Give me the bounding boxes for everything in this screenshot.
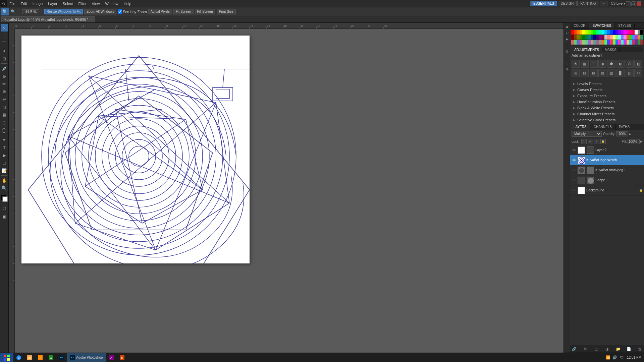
swatch-orange-red[interactable]	[574, 30, 577, 35]
sw3-6[interactable]	[585, 40, 588, 45]
scrubby-zoom-checkbox[interactable]	[118, 9, 122, 14]
swatch-maroon[interactable]	[571, 35, 574, 40]
masks-tab[interactable]: MASKS	[602, 47, 620, 52]
notes-tool[interactable]: 📝	[1, 167, 8, 174]
color-tab[interactable]: COLOR	[570, 23, 589, 28]
swatch-emerald[interactable]	[640, 35, 643, 40]
sw3-3[interactable]	[577, 40, 579, 45]
swatch-light-red[interactable]	[607, 35, 610, 40]
bw-adj-icon[interactable]: ◧	[634, 60, 642, 68]
layer-row-shape[interactable]: 👁 Shape 1	[570, 175, 644, 185]
layer-2-vis-icon[interactable]: 👁	[572, 148, 576, 153]
clone-tool[interactable]: ⊗	[1, 88, 8, 95]
menu-view[interactable]: View	[89, 1, 103, 6]
swatch-dark-violet[interactable]	[596, 35, 599, 40]
sw3-5[interactable]	[582, 40, 585, 45]
print-size-btn[interactable]: Print Size	[217, 9, 236, 14]
history-brush-tool[interactable]: ↩	[1, 96, 8, 103]
fill-screen-btn[interactable]: Fill Screen	[195, 9, 215, 14]
hue-sat-presets-item[interactable]: ▶ Hue/Saturation Presets	[570, 99, 644, 105]
kuaybot-sketch-vis-icon[interactable]: 👁	[572, 158, 576, 163]
layers-tab-channels[interactable]: CHANNELS	[590, 124, 615, 130]
swatch-gold[interactable]	[638, 35, 640, 40]
sw3-25[interactable]	[638, 40, 640, 45]
swatch-hot-pink[interactable]	[627, 30, 629, 35]
actions-icon[interactable]: ▶	[565, 36, 570, 42]
taskbar-app2[interactable]: B	[117, 353, 127, 362]
channel-mixer-presets-item[interactable]: ▶ Channel Mixer Presets	[570, 111, 644, 117]
menu-window[interactable]: Window	[103, 1, 121, 6]
adjustments-tab[interactable]: ADJUSTMENTS	[572, 47, 602, 52]
sw3-24[interactable]	[635, 40, 637, 45]
sw3-16[interactable]	[613, 40, 615, 45]
swatch-green-yellow[interactable]	[588, 30, 590, 35]
sw3-20[interactable]	[624, 40, 626, 45]
swatch-chartreuse[interactable]	[591, 30, 593, 35]
screen-mode-tool[interactable]: ▣	[1, 213, 8, 220]
sw3-19[interactable]	[621, 40, 624, 45]
shape-vis-icon[interactable]: 👁	[572, 178, 576, 183]
taskbar-ps-document[interactable]: Ps Adobe Photoshop	[67, 353, 106, 362]
swatch-orange[interactable]	[577, 30, 579, 35]
swatch-black[interactable]	[640, 30, 643, 35]
sw3-2[interactable]	[574, 40, 577, 45]
sw3-10[interactable]	[596, 40, 599, 45]
menu-filter[interactable]: Filter	[75, 1, 89, 6]
threshold-adj-icon[interactable]: ▥	[607, 69, 615, 77]
sw3-8[interactable]	[591, 40, 593, 45]
sw3-1[interactable]	[571, 40, 574, 45]
posterize-adj-icon[interactable]: ▤	[598, 69, 606, 77]
quick-mask-tool[interactable]: ⬡	[1, 204, 8, 212]
sw3-26[interactable]	[640, 40, 643, 45]
lasso-tool[interactable]: ⌒	[1, 40, 8, 47]
styles-tab[interactable]: STYLES	[615, 23, 635, 28]
swatch-light-cyan[interactable]	[618, 35, 621, 40]
taskbar-ie[interactable]: e	[13, 353, 24, 362]
swatch-brown[interactable]	[574, 35, 577, 40]
document-tab[interactable]: KuyaBot Logo @ 44.5% (KuyaBot logo sketc…	[1, 16, 95, 22]
taskbar-media[interactable]: ♫	[35, 353, 46, 362]
swatch-medium-green[interactable]	[629, 35, 632, 40]
selective-color-adj-icon[interactable]: ◫	[626, 69, 634, 77]
menu-layer[interactable]: Layer	[45, 1, 60, 6]
canvas-container[interactable]	[15, 29, 564, 353]
swatch-purple[interactable]	[621, 30, 624, 35]
levels-presets-item[interactable]: ▶ Levels Presets	[570, 81, 644, 87]
canvas-area[interactable]: 0 1 2 3 4 5 6 7 8	[9, 23, 564, 353]
swatch-dark-green[interactable]	[582, 35, 585, 40]
marquee-tool[interactable]: ⬚	[1, 32, 8, 39]
sw3-18[interactable]	[618, 40, 621, 45]
swatch-yellow-green[interactable]	[585, 30, 588, 35]
workspace-design[interactable]: DESIGN	[558, 1, 577, 6]
swatch-spring-green[interactable]	[596, 30, 599, 35]
move-tool[interactable]: ↖	[1, 24, 8, 32]
zoom-all-windows-btn[interactable]: Zoom All Windows	[84, 9, 116, 14]
eyedropper-tool[interactable]: 💉	[1, 65, 8, 72]
swatch-light-yellow[interactable]	[613, 35, 615, 40]
shape-tool[interactable]: □	[1, 159, 8, 167]
swatch-dark-purple[interactable]	[599, 35, 601, 40]
swatch-medium-blue[interactable]	[632, 35, 635, 40]
levels-adj-icon[interactable]: ▦	[581, 60, 589, 68]
swatch-dark-orange[interactable]	[627, 35, 629, 40]
swatch-light-green[interactable]	[615, 35, 618, 40]
zoom-out-btn[interactable]: 🔍-	[10, 8, 17, 15]
swatch-amber[interactable]	[580, 30, 582, 35]
sw3-7[interactable]	[588, 40, 590, 45]
lock-position-icon[interactable]: +	[594, 139, 599, 144]
tab-close-icon[interactable]: ×	[90, 18, 92, 21]
brightness-adj-icon[interactable]: ☀	[572, 60, 580, 68]
taskbar-winamp[interactable]: W	[46, 353, 56, 362]
fill-arrow[interactable]: ▶	[640, 140, 643, 143]
swatch-blue[interactable]	[607, 30, 610, 35]
swatch-magenta[interactable]	[624, 30, 626, 35]
sw3-11[interactable]	[599, 40, 601, 45]
link-layers-btn[interactable]: 🔗	[572, 346, 577, 352]
maximize-btn[interactable]: □	[631, 1, 636, 6]
brush-tool[interactable]: ✏	[1, 80, 8, 87]
swatch-olive[interactable]	[577, 35, 579, 40]
layer-style-btn[interactable]: fx	[583, 346, 588, 352]
path-select-tool[interactable]: ▶	[1, 152, 8, 159]
vibrance-adj-icon[interactable]: ⬟	[607, 60, 615, 68]
menu-edit[interactable]: Edit	[18, 1, 30, 6]
